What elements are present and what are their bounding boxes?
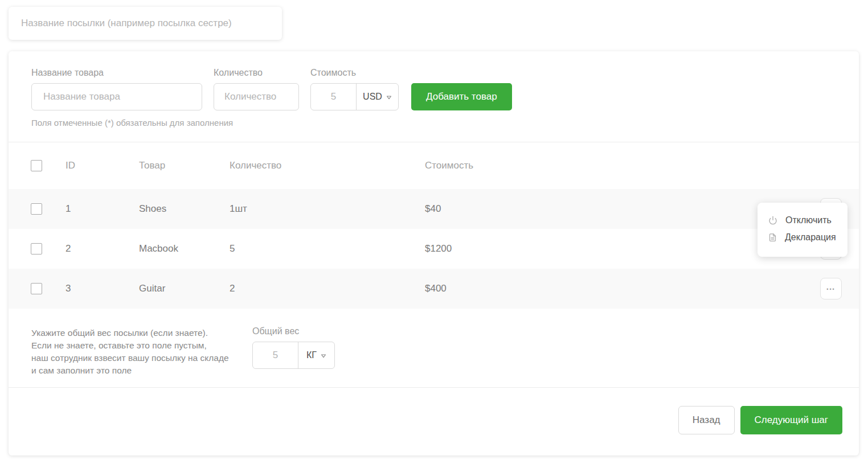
table-row: 1 Shoes 1шт $40 (9, 189, 859, 229)
item-name-input[interactable] (31, 83, 202, 110)
next-step-button[interactable]: Следующий шаг (740, 406, 842, 434)
add-item-form: Название товара Количество Стоимость USD (9, 51, 859, 142)
cell-item: Macbook (139, 243, 230, 254)
row-checkbox[interactable] (31, 203, 42, 215)
main-card: Название товара Количество Стоимость USD (9, 51, 859, 455)
menu-item-label: Отключить (785, 215, 832, 225)
cell-item: Guitar (139, 283, 230, 294)
back-button[interactable]: Назад (678, 406, 735, 434)
cell-id: 2 (65, 243, 139, 254)
currency-value: USD (363, 92, 382, 102)
cell-quantity: 1шт (230, 203, 425, 215)
cell-cost: $400 (425, 283, 820, 294)
power-icon (768, 216, 777, 225)
column-header-item: Товар (139, 160, 230, 171)
weight-unit-value: КГ (306, 350, 317, 360)
ellipsis-icon (826, 285, 835, 292)
row-checkbox[interactable] (31, 243, 42, 254)
table-row: 3 Guitar 2 $400 (9, 269, 859, 309)
required-fields-note: Поля отмеченные (*) обязательны для запо… (31, 118, 836, 128)
column-header-cost: Стоимость (425, 160, 859, 171)
table-header: ID Товар Количество Стоимость (9, 142, 859, 189)
menu-item-disable[interactable]: Отключить (758, 212, 847, 229)
currency-select[interactable]: USD (356, 84, 398, 110)
cell-id: 3 (65, 283, 139, 294)
item-quantity-input[interactable] (214, 83, 299, 110)
chevron-down-icon (321, 350, 326, 360)
cell-item: Shoes (139, 203, 230, 215)
cell-id: 1 (65, 203, 139, 215)
row-actions-button[interactable] (820, 278, 842, 299)
footer: Назад Следующий шаг (9, 388, 859, 455)
weight-section: Укажите общий вес посылки (если знаете).… (9, 309, 859, 388)
select-all-checkbox[interactable] (31, 160, 42, 171)
weight-note: Укажите общий вес посылки (если знаете).… (31, 327, 252, 387)
parcel-name-card (9, 7, 282, 40)
cell-quantity: 5 (230, 243, 425, 254)
row-checkbox[interactable] (31, 283, 42, 294)
cell-quantity: 2 (230, 283, 425, 294)
table-row: 2 Macbook 5 $1200 (9, 229, 859, 269)
parcel-name-input[interactable] (9, 7, 282, 40)
column-header-quantity: Количество (230, 160, 425, 171)
item-name-label: Название товара (31, 68, 202, 77)
item-cost-label: Стоимость (310, 68, 399, 77)
total-weight-input[interactable] (253, 342, 298, 368)
menu-item-label: Декларация (785, 232, 836, 243)
column-header-id: ID (65, 160, 139, 171)
row-context-menu: Отключить Декларация (758, 203, 847, 257)
add-item-button[interactable]: Добавить товар (411, 83, 512, 110)
menu-item-declaration[interactable]: Декларация (758, 229, 847, 246)
item-quantity-label: Количество (214, 68, 299, 77)
weight-unit-select[interactable]: КГ (298, 342, 334, 368)
total-weight-label: Общий вес (252, 327, 335, 336)
document-icon (768, 233, 777, 242)
chevron-down-icon (386, 92, 392, 102)
item-cost-input[interactable] (311, 84, 356, 110)
